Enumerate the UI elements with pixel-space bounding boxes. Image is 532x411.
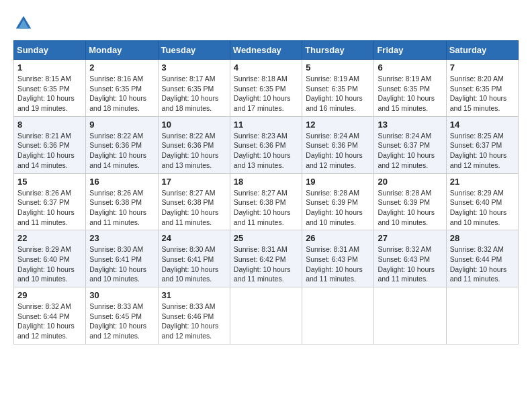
day-info: Sunrise: 8:22 AMSunset: 6:36 PMDaylight:… <box>89 132 146 169</box>
day-number: 19 <box>306 177 370 187</box>
calendar-cell: 4 Sunrise: 8:18 AMSunset: 6:35 PMDayligh… <box>230 60 302 117</box>
calendar-cell <box>374 287 446 345</box>
calendar-cell: 19 Sunrise: 8:28 AMSunset: 6:39 PMDaylig… <box>302 173 374 230</box>
calendar-week-1: 1 Sunrise: 8:15 AMSunset: 6:35 PMDayligh… <box>14 60 519 117</box>
calendar-cell: 3 Sunrise: 8:17 AMSunset: 6:35 PMDayligh… <box>158 60 230 117</box>
day-info: Sunrise: 8:26 AMSunset: 6:37 PMDaylight:… <box>17 189 75 226</box>
calendar-cell: 29 Sunrise: 8:32 AMSunset: 6:44 PMDaylig… <box>14 287 86 345</box>
day-number: 16 <box>89 177 154 187</box>
calendar-cell: 21 Sunrise: 8:29 AMSunset: 6:40 PMDaylig… <box>446 173 518 230</box>
logo-icon <box>13 13 34 34</box>
day-number: 3 <box>162 62 226 73</box>
calendar-cell: 8 Sunrise: 8:21 AMSunset: 6:36 PMDayligh… <box>14 116 86 173</box>
calendar-cell: 17 Sunrise: 8:27 AMSunset: 6:38 PMDaylig… <box>158 173 230 230</box>
calendar-header-sunday: Sunday <box>14 41 86 60</box>
day-info: Sunrise: 8:30 AMSunset: 6:41 PMDaylight:… <box>89 245 146 283</box>
day-info: Sunrise: 8:26 AMSunset: 6:38 PMDaylight:… <box>89 189 146 226</box>
day-info: Sunrise: 8:27 AMSunset: 6:38 PMDaylight:… <box>162 189 219 226</box>
calendar-cell: 20 Sunrise: 8:28 AMSunset: 6:39 PMDaylig… <box>374 173 446 230</box>
day-info: Sunrise: 8:32 AMSunset: 6:44 PMDaylight:… <box>17 302 75 340</box>
day-info: Sunrise: 8:29 AMSunset: 6:40 PMDaylight:… <box>450 189 507 226</box>
calendar: SundayMondayTuesdayWednesdayThursdayFrid… <box>13 40 519 345</box>
day-info: Sunrise: 8:31 AMSunset: 6:42 PMDaylight:… <box>234 245 291 283</box>
day-number: 20 <box>378 177 442 187</box>
day-info: Sunrise: 8:29 AMSunset: 6:40 PMDaylight:… <box>17 245 75 283</box>
calendar-cell: 27 Sunrise: 8:32 AMSunset: 6:43 PMDaylig… <box>374 230 446 287</box>
day-number: 6 <box>378 62 442 73</box>
calendar-header-monday: Monday <box>86 41 158 60</box>
calendar-cell: 13 Sunrise: 8:24 AMSunset: 6:37 PMDaylig… <box>374 116 446 173</box>
day-number: 18 <box>234 177 298 187</box>
calendar-header-friday: Friday <box>374 41 446 60</box>
calendar-week-4: 22 Sunrise: 8:29 AMSunset: 6:40 PMDaylig… <box>14 230 519 287</box>
day-number: 1 <box>17 62 82 73</box>
day-number: 10 <box>162 120 226 130</box>
day-info: Sunrise: 8:15 AMSunset: 6:35 PMDaylight:… <box>17 75 75 112</box>
day-info: Sunrise: 8:28 AMSunset: 6:39 PMDaylight:… <box>306 189 363 226</box>
calendar-header-row: SundayMondayTuesdayWednesdayThursdayFrid… <box>14 41 519 60</box>
day-info: Sunrise: 8:19 AMSunset: 6:35 PMDaylight:… <box>306 75 363 112</box>
calendar-cell: 24 Sunrise: 8:30 AMSunset: 6:41 PMDaylig… <box>158 230 230 287</box>
day-number: 25 <box>234 233 298 243</box>
day-number: 30 <box>89 290 154 300</box>
calendar-week-2: 8 Sunrise: 8:21 AMSunset: 6:36 PMDayligh… <box>14 116 519 173</box>
calendar-cell <box>302 287 374 345</box>
calendar-cell: 15 Sunrise: 8:26 AMSunset: 6:37 PMDaylig… <box>14 173 86 230</box>
calendar-cell: 26 Sunrise: 8:31 AMSunset: 6:43 PMDaylig… <box>302 230 374 287</box>
calendar-cell: 25 Sunrise: 8:31 AMSunset: 6:42 PMDaylig… <box>230 230 302 287</box>
day-info: Sunrise: 8:33 AMSunset: 6:46 PMDaylight:… <box>162 302 219 340</box>
day-number: 17 <box>162 177 226 187</box>
calendar-cell: 31 Sunrise: 8:33 AMSunset: 6:46 PMDaylig… <box>158 287 230 345</box>
calendar-cell: 2 Sunrise: 8:16 AMSunset: 6:35 PMDayligh… <box>86 60 158 117</box>
calendar-week-5: 29 Sunrise: 8:32 AMSunset: 6:44 PMDaylig… <box>14 287 519 345</box>
day-info: Sunrise: 8:31 AMSunset: 6:43 PMDaylight:… <box>306 245 363 283</box>
day-info: Sunrise: 8:33 AMSunset: 6:45 PMDaylight:… <box>89 302 146 340</box>
day-number: 21 <box>450 177 515 187</box>
calendar-cell: 11 Sunrise: 8:23 AMSunset: 6:36 PMDaylig… <box>230 116 302 173</box>
day-info: Sunrise: 8:20 AMSunset: 6:35 PMDaylight:… <box>450 75 507 112</box>
calendar-cell: 9 Sunrise: 8:22 AMSunset: 6:36 PMDayligh… <box>86 116 158 173</box>
calendar-cell: 12 Sunrise: 8:24 AMSunset: 6:36 PMDaylig… <box>302 116 374 173</box>
calendar-cell: 10 Sunrise: 8:22 AMSunset: 6:36 PMDaylig… <box>158 116 230 173</box>
day-number: 24 <box>162 233 226 243</box>
calendar-cell: 7 Sunrise: 8:20 AMSunset: 6:35 PMDayligh… <box>446 60 518 117</box>
logo <box>13 13 38 34</box>
day-number: 28 <box>450 233 515 243</box>
day-info: Sunrise: 8:27 AMSunset: 6:38 PMDaylight:… <box>234 189 291 226</box>
calendar-cell: 22 Sunrise: 8:29 AMSunset: 6:40 PMDaylig… <box>14 230 86 287</box>
day-number: 7 <box>450 62 515 73</box>
day-number: 31 <box>162 290 226 300</box>
day-info: Sunrise: 8:32 AMSunset: 6:43 PMDaylight:… <box>378 245 435 283</box>
day-info: Sunrise: 8:21 AMSunset: 6:36 PMDaylight:… <box>17 132 75 169</box>
day-info: Sunrise: 8:28 AMSunset: 6:39 PMDaylight:… <box>378 189 435 226</box>
day-info: Sunrise: 8:22 AMSunset: 6:36 PMDaylight:… <box>162 132 219 169</box>
calendar-cell <box>446 287 518 345</box>
calendar-cell: 6 Sunrise: 8:19 AMSunset: 6:35 PMDayligh… <box>374 60 446 117</box>
day-number: 12 <box>306 120 370 130</box>
page-header <box>13 13 519 34</box>
calendar-cell: 14 Sunrise: 8:25 AMSunset: 6:37 PMDaylig… <box>446 116 518 173</box>
calendar-cell: 18 Sunrise: 8:27 AMSunset: 6:38 PMDaylig… <box>230 173 302 230</box>
calendar-cell: 30 Sunrise: 8:33 AMSunset: 6:45 PMDaylig… <box>86 287 158 345</box>
day-number: 11 <box>234 120 298 130</box>
calendar-week-3: 15 Sunrise: 8:26 AMSunset: 6:37 PMDaylig… <box>14 173 519 230</box>
calendar-header-thursday: Thursday <box>302 41 374 60</box>
calendar-cell: 5 Sunrise: 8:19 AMSunset: 6:35 PMDayligh… <box>302 60 374 117</box>
day-number: 27 <box>378 233 442 243</box>
day-number: 13 <box>378 120 442 130</box>
day-info: Sunrise: 8:24 AMSunset: 6:37 PMDaylight:… <box>378 132 435 169</box>
day-number: 15 <box>17 177 82 187</box>
calendar-cell: 1 Sunrise: 8:15 AMSunset: 6:35 PMDayligh… <box>14 60 86 117</box>
calendar-cell: 28 Sunrise: 8:32 AMSunset: 6:44 PMDaylig… <box>446 230 518 287</box>
day-number: 22 <box>17 233 82 243</box>
day-number: 23 <box>89 233 154 243</box>
day-info: Sunrise: 8:19 AMSunset: 6:35 PMDaylight:… <box>378 75 435 112</box>
calendar-cell <box>230 287 302 345</box>
day-info: Sunrise: 8:23 AMSunset: 6:36 PMDaylight:… <box>234 132 291 169</box>
day-number: 2 <box>89 62 154 73</box>
day-number: 14 <box>450 120 515 130</box>
calendar-cell: 16 Sunrise: 8:26 AMSunset: 6:38 PMDaylig… <box>86 173 158 230</box>
day-info: Sunrise: 8:32 AMSunset: 6:44 PMDaylight:… <box>450 245 507 283</box>
calendar-header-tuesday: Tuesday <box>158 41 230 60</box>
day-info: Sunrise: 8:25 AMSunset: 6:37 PMDaylight:… <box>450 132 507 169</box>
